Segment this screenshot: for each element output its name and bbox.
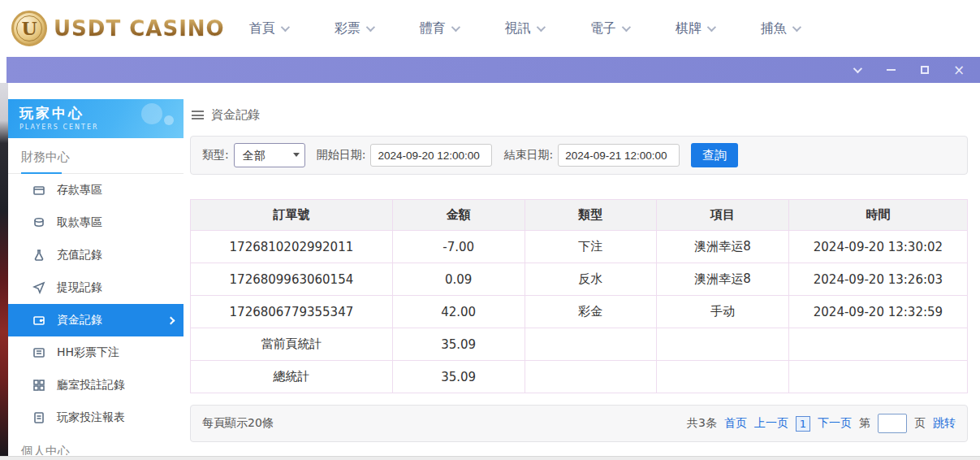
table-body: 1726810202992011-7.00下注澳洲幸运82024-09-20 1…	[191, 231, 968, 393]
sidebar-item-充值記錄[interactable]: 充值記錄	[8, 239, 183, 271]
logo-text: USDT CASINO	[54, 16, 225, 41]
nav-item-視訊[interactable]: 視訊	[505, 20, 543, 37]
sidebar-item-HH彩票下注[interactable]: HH彩票下注	[8, 336, 183, 369]
page-jump-input[interactable]	[878, 414, 907, 433]
sidebar-item-取款專區[interactable]: 取款專區	[8, 206, 183, 239]
table-row: 當前頁統計35.09	[191, 328, 968, 361]
chevron-down-icon	[365, 23, 374, 32]
minimize-icon[interactable]	[884, 63, 897, 76]
table-row: 1726810202992011-7.00下注澳洲幸运82024-09-20 1…	[191, 231, 968, 263]
jump-button[interactable]: 跳转	[933, 416, 956, 431]
current-page-badge[interactable]: 1	[796, 416, 810, 432]
chevron-down-icon	[621, 23, 630, 32]
jump-prefix-label: 第	[859, 416, 870, 431]
sidebar-item-玩家投注報表[interactable]: 玩家投注報表	[8, 401, 183, 434]
chevron-right-icon	[167, 316, 175, 324]
nav-item-首頁[interactable]: 首頁	[249, 20, 287, 37]
breadcrumb: 資金記錄	[190, 107, 968, 123]
maximize-icon[interactable]	[918, 63, 931, 76]
next-page-link[interactable]: 下一页	[818, 416, 852, 431]
table-header-cell: 類型	[525, 200, 657, 231]
table-cell: 當前頁統計	[191, 328, 393, 361]
pagination-bar: 每頁顯示20條 共3条 首页 上一页 1 下一页 第 页 跳转	[190, 405, 968, 442]
table-cell: 42.00	[392, 296, 525, 328]
table-cell: 1726806779355347	[191, 296, 393, 328]
site-header: U USDT CASINO 首頁彩票體育視訊電子棋牌捕魚	[0, 0, 980, 57]
table-cell: 手动	[657, 296, 789, 328]
search-button[interactable]: 查詢	[691, 143, 738, 167]
end-date-label: 結束日期:	[503, 148, 553, 163]
sidebar-header: 玩家中心 PLAYERS CENTER	[8, 99, 183, 138]
prev-page-link[interactable]: 上一页	[754, 416, 788, 431]
table-row: 172680677935534742.00彩金手动2024-09-20 12:3…	[191, 296, 968, 328]
decorative-circle-icon	[164, 115, 174, 125]
window-bottom-edge	[0, 456, 980, 460]
chevron-down-icon[interactable]	[850, 63, 863, 76]
table-cell	[525, 328, 657, 361]
sidebar-menu: 存款專區取款專區充值記錄提現記錄資金記錄HH彩票下注廳室投註記錄玩家投注報表	[8, 174, 183, 434]
nav-item-棋牌[interactable]: 棋牌	[676, 20, 714, 37]
page-title: 資金記錄	[211, 107, 260, 123]
total-count-text: 共3条	[687, 416, 717, 431]
table-header-row: 訂單號金額類型項目時間	[191, 200, 968, 231]
nav-item-電子[interactable]: 電子	[590, 20, 628, 37]
chevron-down-icon	[451, 23, 460, 32]
main-nav: 首頁彩票體育視訊電子棋牌捕魚	[249, 20, 799, 37]
table-row: 17268099630601540.09反水澳洲幸运82024-09-20 13…	[191, 263, 968, 296]
filter-bar: 類型: 全部 開始日期: 結束日期: 查詢	[190, 136, 968, 175]
table-header-cell: 訂單號	[191, 200, 393, 231]
table-cell: 總統計	[191, 361, 393, 393]
deposit-icon	[32, 184, 45, 197]
table-cell: 35.09	[392, 361, 525, 393]
table-cell: 彩金	[525, 296, 657, 328]
table-cell: 2024-09-20 12:32:59	[788, 296, 967, 328]
hamburger-icon[interactable]	[192, 111, 204, 119]
table-row: 總統計35.09	[191, 361, 968, 393]
start-date-input[interactable]	[370, 144, 492, 167]
content-area: 玩家中心 PLAYERS CENTER 財務中心 存款專區取款專區充值記錄提現記…	[0, 83, 980, 460]
type-label: 類型:	[202, 148, 229, 163]
funds-table: 訂單號金額類型項目時間 1726810202992011-7.00下注澳洲幸运8…	[190, 199, 968, 393]
first-page-link[interactable]: 首页	[724, 416, 747, 431]
table-header-cell: 金額	[392, 200, 525, 231]
pagination-controls: 共3条 首页 上一页 1 下一页 第 页 跳转	[687, 414, 956, 433]
table-cell: 澳洲幸运8	[657, 263, 789, 296]
table-cell: 2024-09-20 13:26:03	[788, 263, 967, 296]
start-date-label: 開始日期:	[317, 148, 366, 163]
nav-item-彩票[interactable]: 彩票	[335, 20, 373, 37]
report-icon	[32, 411, 45, 424]
sidebar-subtitle: PLAYERS CENTER	[19, 124, 174, 131]
table-cell: 反水	[525, 263, 657, 296]
sidebar-item-提現記錄[interactable]: 提現記錄	[8, 271, 183, 304]
table-cell: -7.00	[392, 231, 525, 263]
table-cell	[788, 361, 967, 393]
table-header-cell: 項目	[657, 200, 789, 231]
close-icon[interactable]: ×	[952, 63, 965, 76]
table-cell: 下注	[525, 231, 657, 263]
chevron-down-icon	[280, 23, 289, 32]
funds-icon	[32, 314, 45, 327]
recharge-icon	[32, 249, 45, 262]
sidebar-item-廳室投註記錄[interactable]: 廳室投註記錄	[8, 369, 183, 401]
chevron-down-icon	[706, 23, 715, 32]
table-cell: 澳洲幸运8	[657, 231, 789, 263]
nav-item-捕魚[interactable]: 捕魚	[761, 20, 799, 37]
nav-item-體育[interactable]: 體育	[420, 20, 458, 37]
sidebar-item-資金記錄[interactable]: 資金記錄	[8, 304, 183, 336]
sidebar-section-personal: 個人中心	[8, 434, 183, 455]
cashout-icon	[32, 281, 45, 294]
chevron-down-icon	[536, 23, 545, 32]
hall-icon	[32, 379, 45, 392]
sidebar-section-finance: 財務中心	[8, 138, 183, 174]
end-date-input[interactable]	[558, 144, 680, 167]
table-cell	[788, 328, 967, 361]
main-panel: 資金記錄 類型: 全部 開始日期: 結束日期: 查詢 訂單號金額類型項目時間 1…	[190, 83, 968, 460]
sidebar: 玩家中心 PLAYERS CENTER 財務中心 存款專區取款專區充值記錄提現記…	[8, 99, 183, 455]
sidebar-item-存款專區[interactable]: 存款專區	[8, 174, 183, 206]
table-cell: 35.09	[392, 328, 525, 361]
lottery-icon	[32, 346, 45, 359]
type-select[interactable]: 全部	[234, 143, 305, 167]
logo[interactable]: U USDT CASINO	[0, 11, 225, 46]
background-image-strip	[0, 83, 8, 460]
page-size-text: 每頁顯示20條	[202, 416, 274, 431]
